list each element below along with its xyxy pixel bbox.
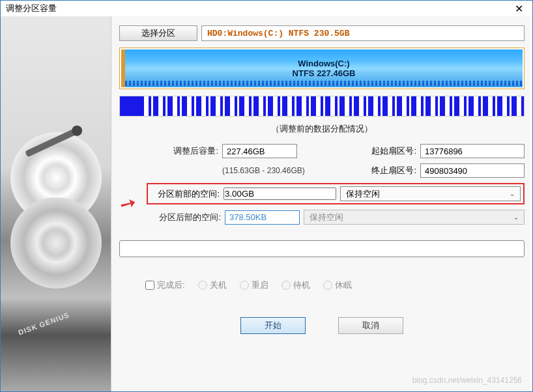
- start-sector-input[interactable]: [420, 144, 525, 158]
- front-space-highlight: ➚ 分区前部的空间: 保持空闲 ⌄: [147, 183, 525, 204]
- front-space-input[interactable]: [223, 188, 336, 200]
- after-size-input[interactable]: [222, 144, 297, 158]
- start-button[interactable]: 开始: [240, 317, 306, 334]
- close-icon[interactable]: ✕: [511, 3, 527, 15]
- hibernate-radio[interactable]: 休眠: [323, 279, 352, 291]
- front-space-dropdown[interactable]: 保持空闲 ⌄: [340, 186, 521, 201]
- chevron-down-icon: ⌄: [510, 190, 515, 197]
- partition-diagram[interactable]: Windows(C:) NTFS 227.46GB: [119, 48, 525, 89]
- front-space-option: 保持空闲: [346, 188, 380, 200]
- front-space-label: 分区前部的空间:: [151, 188, 220, 200]
- after-size-label: 调整后容量:: [119, 145, 218, 157]
- end-sector-label: 终止扇区号:: [356, 165, 416, 176]
- progress-bar: [119, 240, 525, 257]
- size-range-hint: (115.63GB - 230.46GB): [222, 166, 330, 175]
- back-space-dropdown: 保持空闲 ⌄: [304, 210, 525, 225]
- diagram-fs-size: NTFS 227.46GB: [293, 68, 356, 78]
- usage-caption: （调整前的数据分配情况）: [119, 123, 525, 135]
- cancel-button[interactable]: 取消: [338, 317, 403, 334]
- start-sector-label: 起始扇区号:: [356, 145, 416, 157]
- annotation-arrow-icon: ➚: [116, 189, 141, 217]
- after-complete-checkbox[interactable]: 完成后:: [145, 279, 185, 291]
- sidebar-illustration: DISK GENIUS: [1, 16, 111, 391]
- restart-radio[interactable]: 重启: [240, 279, 268, 291]
- back-space-option: 保持空闲: [310, 212, 343, 223]
- back-space-label: 分区后部的空间:: [149, 212, 221, 223]
- standby-radio[interactable]: 待机: [281, 279, 310, 291]
- select-partition-button[interactable]: 选择分区: [119, 25, 197, 41]
- diagram-name: Windows(C:): [298, 59, 349, 68]
- usage-bar: [119, 96, 525, 117]
- end-sector-input[interactable]: [420, 163, 525, 178]
- shutdown-radio[interactable]: 关机: [198, 279, 227, 291]
- watermark: blog.csdn.net/weixin_43141256: [412, 376, 522, 385]
- back-space-input[interactable]: [225, 210, 300, 225]
- titlebar: 调整分区容量 ✕: [1, 1, 532, 16]
- window-title: 调整分区容量: [6, 3, 57, 14]
- chevron-down-icon: ⌄: [513, 214, 519, 221]
- brand-label: DISK GENIUS: [17, 311, 70, 336]
- resize-partition-dialog: 调整分区容量 ✕ DISK GENIUS 选择分区 HD0:Windows(C:…: [0, 0, 533, 392]
- partition-info-display: HD0:Windows(C:) NTFS 230.5GB: [201, 25, 525, 41]
